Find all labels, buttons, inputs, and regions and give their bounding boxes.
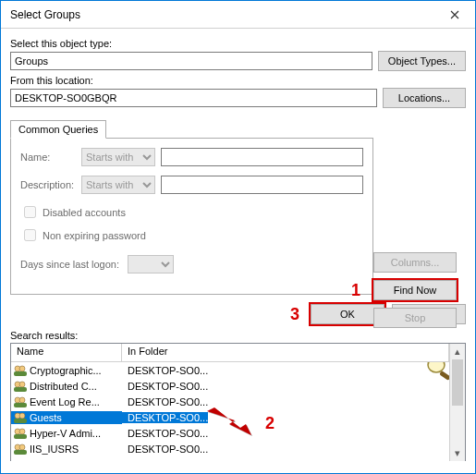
svg-point-15 — [19, 429, 25, 434]
svg-point-3 — [19, 366, 25, 371]
scroll-up-button[interactable]: ▴ — [450, 344, 465, 359]
location-field[interactable] — [10, 89, 377, 107]
object-types-button[interactable]: Object Types... — [378, 51, 466, 71]
description-mode-select: Starts with — [81, 176, 155, 194]
row-name: Distributed C... — [30, 381, 97, 392]
close-icon — [450, 10, 459, 19]
scroll-down-button[interactable]: ▾ — [450, 445, 465, 461]
column-header-folder[interactable]: In Folder — [122, 344, 449, 361]
svg-point-18 — [19, 444, 25, 450]
row-name: Event Log Re... — [30, 396, 100, 407]
scroll-thumb[interactable] — [452, 359, 463, 406]
days-since-label: Days since last logon: — [20, 259, 122, 270]
row-folder: DESKTOP-SO0... — [122, 444, 449, 455]
find-now-button[interactable]: Find Now — [373, 280, 457, 300]
row-folder: DESKTOP-SO0... — [122, 428, 449, 439]
close-button[interactable] — [433, 1, 475, 29]
row-name: IIS_IUSRS — [30, 444, 79, 455]
callout-1: 1 — [351, 281, 360, 300]
row-folder: DESKTOP-SO0... — [122, 412, 208, 423]
svg-point-6 — [19, 382, 25, 387]
svg-marker-20 — [207, 407, 251, 435]
group-icon — [13, 443, 28, 456]
group-icon — [13, 395, 28, 408]
group-icon — [13, 380, 28, 393]
svg-rect-13 — [14, 419, 27, 423]
row-folder: DESKTOP-SO0... — [122, 396, 449, 407]
select-groups-dialog: Select Groups Select this object type: O… — [0, 0, 476, 474]
disabled-accounts-label: Disabled accounts — [43, 207, 126, 218]
search-results-grid[interactable]: Name In Folder Cryptographic...DESKTOP-S… — [10, 343, 466, 461]
days-since-select — [128, 255, 174, 273]
row-name: Guests — [30, 412, 62, 423]
group-icon — [13, 364, 28, 377]
group-icon — [13, 411, 28, 424]
queries-tabs: Common Queries Name: Starts with Descrip… — [10, 119, 373, 295]
svg-rect-4 — [14, 371, 27, 376]
svg-rect-16 — [14, 434, 27, 439]
object-type-label: Select this object type: — [10, 38, 466, 49]
vertical-scrollbar[interactable]: ▴ ▾ — [449, 344, 465, 461]
callout-2: 2 — [265, 414, 275, 433]
name-input — [161, 148, 363, 166]
window-title: Select Groups — [10, 8, 433, 21]
object-type-field[interactable] — [10, 52, 372, 70]
svg-rect-7 — [14, 387, 27, 392]
name-label: Name: — [20, 152, 76, 163]
location-label: From this location: — [10, 75, 466, 86]
table-row[interactable]: IIS_IUSRSDESKTOP-SO0... — [11, 441, 449, 456]
tab-common-queries[interactable]: Common Queries — [10, 120, 106, 139]
table-row[interactable]: Cryptographic...DESKTOP-SO0... — [11, 362, 449, 378]
grid-header: Name In Folder — [11, 344, 449, 362]
svg-point-12 — [19, 413, 25, 419]
callout-3: 3 — [290, 305, 299, 324]
column-header-name[interactable]: Name — [11, 344, 122, 361]
dialog-content: Select this object type: Object Types...… — [1, 29, 475, 473]
name-mode-select: Starts with — [81, 148, 155, 166]
columns-button: Columns... — [373, 252, 457, 273]
row-name: Cryptographic... — [30, 365, 102, 376]
locations-button[interactable]: Locations... — [383, 88, 466, 108]
common-queries-panel: Name: Starts with Description: Starts wi… — [10, 138, 373, 295]
row-folder: DESKTOP-SO0... — [122, 365, 449, 376]
arrow-annotation — [205, 402, 261, 439]
description-input — [161, 176, 363, 194]
row-folder: DESKTOP-SO0... — [122, 381, 449, 392]
table-row[interactable]: Distributed C...DESKTOP-SO0... — [11, 378, 449, 394]
row-name: Hyper-V Admi... — [30, 428, 101, 439]
stop-button: Stop — [373, 308, 457, 328]
group-icon — [13, 427, 28, 440]
description-label: Description: — [20, 179, 76, 190]
disabled-accounts-checkbox — [24, 206, 36, 218]
non-expiring-checkbox — [24, 229, 36, 241]
titlebar: Select Groups — [1, 1, 475, 29]
svg-point-9 — [19, 397, 25, 403]
non-expiring-label: Non expiring password — [43, 230, 146, 241]
svg-rect-10 — [14, 403, 27, 407]
svg-rect-19 — [14, 450, 27, 455]
